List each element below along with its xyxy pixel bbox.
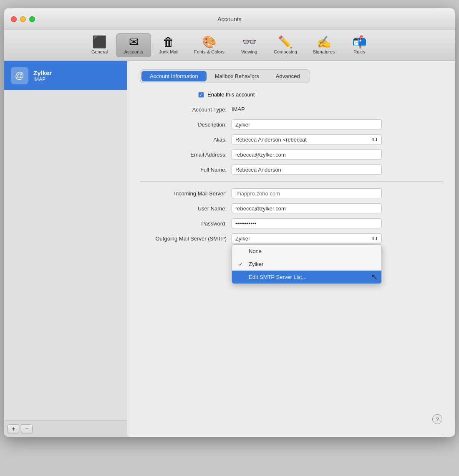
- junk-mail-icon: 🗑: [163, 36, 174, 48]
- fullname-label: Full Name:: [140, 167, 232, 173]
- enable-checkbox[interactable]: ✓: [198, 92, 204, 98]
- alias-label: Alias:: [140, 137, 232, 143]
- account-type: IMAP: [33, 76, 52, 82]
- toolbar-item-general[interactable]: ⬛ General: [83, 33, 116, 57]
- smtp-label: Outgoing Mail Server (SMTP): [140, 235, 232, 242]
- username-input[interactable]: [232, 203, 382, 213]
- email-label: Email Address:: [140, 152, 232, 158]
- username-field: [232, 203, 382, 213]
- account-type-value: IMAP: [232, 106, 245, 112]
- alias-row: Alias: Rebecca Anderson <rebeccat ⬆⬇: [140, 134, 442, 144]
- account-name: Zylker: [33, 69, 52, 76]
- email-input[interactable]: [232, 149, 382, 160]
- alias-value: Rebecca Anderson <rebeccat: [235, 137, 307, 143]
- alias-arrow-icon: ⬆⬇: [371, 137, 378, 142]
- account-at-icon: @: [11, 67, 28, 84]
- dropdown-item-edit-smtp[interactable]: Edit SMTP Server List... ↖: [232, 271, 381, 284]
- dropdown-item-zylker[interactable]: ✓ Zylker: [232, 258, 381, 271]
- main-window: Accounts ⬛ General ✉ Accounts 🗑 Junk Mai…: [4, 8, 455, 437]
- toolbar-label-rules: Rules: [353, 49, 365, 54]
- password-row: Password:: [140, 218, 442, 228]
- general-icon: ⬛: [92, 36, 107, 48]
- rules-icon: 📬: [352, 36, 367, 48]
- window-controls: [11, 16, 35, 22]
- incoming-server-row: Incoming Mail Server:: [140, 188, 442, 198]
- toolbar: ⬛ General ✉ Accounts 🗑 Junk Mail 🎨 Fonts…: [4, 30, 455, 61]
- window-title: Accounts: [217, 16, 242, 23]
- dropdown-none-label: None: [249, 248, 262, 254]
- close-button[interactable]: [11, 16, 17, 22]
- remove-account-button[interactable]: −: [21, 424, 33, 433]
- description-input[interactable]: [232, 119, 382, 129]
- toolbar-label-composing: Composing: [274, 49, 297, 54]
- toolbar-label-signatures: Signatures: [313, 49, 335, 54]
- toolbar-item-composing[interactable]: ✏️ Composing: [266, 33, 305, 57]
- description-row: Description:: [140, 119, 442, 129]
- incoming-server-field: [232, 188, 382, 198]
- username-row: User Name:: [140, 203, 442, 213]
- dropdown-zylker-label: Zylker: [249, 261, 263, 267]
- smtp-field: Zylker ⬆⬇ None ✓ Zylker: [232, 233, 382, 243]
- add-account-button[interactable]: +: [8, 424, 19, 433]
- account-type-label: Account Type:: [140, 106, 232, 113]
- toolbar-item-junk-mail[interactable]: 🗑 Junk Mail: [151, 33, 186, 57]
- toolbar-item-accounts[interactable]: ✉ Accounts: [116, 33, 151, 57]
- smtp-value: Zylker: [235, 235, 250, 242]
- fullname-field: [232, 165, 382, 175]
- description-field: [232, 119, 382, 129]
- maximize-button[interactable]: [29, 16, 35, 22]
- username-label: User Name:: [140, 205, 232, 212]
- smtp-dropdown-menu: None ✓ Zylker Edit SMTP Server List... ↖: [232, 244, 382, 284]
- tabs: Account Information Mailbox Behaviors Ad…: [140, 69, 310, 83]
- composing-icon: ✏️: [278, 36, 293, 48]
- zylker-checkmark: ✓: [239, 261, 245, 267]
- password-field: [232, 218, 382, 228]
- dropdown-item-none[interactable]: None: [232, 245, 381, 258]
- signatures-icon: ✍️: [317, 36, 331, 48]
- dropdown-edit-smtp-label: Edit SMTP Server List...: [249, 274, 306, 280]
- smtp-select[interactable]: Zylker ⬆⬇: [232, 233, 382, 243]
- password-label: Password:: [140, 220, 232, 227]
- password-input[interactable]: [232, 218, 382, 228]
- account-item-zylker[interactable]: @ Zylker IMAP: [4, 61, 127, 90]
- toolbar-label-junk-mail: Junk Mail: [159, 49, 178, 54]
- smtp-arrow-icon: ⬆⬇: [371, 236, 378, 241]
- enable-row: ✓ Enable this account: [198, 91, 442, 98]
- account-type-field: IMAP: [232, 104, 382, 114]
- toolbar-item-fonts-colors[interactable]: 🎨 Fonts & Colors: [186, 33, 232, 57]
- tab-account-information[interactable]: Account Information: [141, 71, 207, 81]
- help-button[interactable]: ?: [432, 414, 442, 424]
- account-info: Zylker IMAP: [33, 69, 52, 82]
- content-wrapper: Account Information Mailbox Behaviors Ad…: [127, 61, 455, 437]
- accounts-list: @ Zylker IMAP: [4, 61, 127, 420]
- cursor-icon: ↖: [371, 272, 378, 282]
- accounts-icon: ✉: [129, 36, 139, 48]
- sidebar-bottom-bar: + −: [4, 420, 127, 437]
- alias-field: Rebecca Anderson <rebeccat ⬆⬇: [232, 134, 382, 144]
- viewing-icon: 👓: [242, 36, 257, 48]
- toolbar-label-general: General: [91, 49, 108, 54]
- titlebar: Accounts: [4, 8, 455, 30]
- fullname-row: Full Name:: [140, 165, 442, 175]
- tab-advanced[interactable]: Advanced: [267, 71, 308, 81]
- incoming-server-label: Incoming Mail Server:: [140, 190, 232, 197]
- toolbar-item-rules[interactable]: 📬 Rules: [343, 33, 376, 57]
- section-divider: [140, 181, 442, 182]
- toolbar-item-viewing[interactable]: 👓 Viewing: [232, 33, 266, 57]
- account-type-row: Account Type: IMAP: [140, 104, 442, 114]
- toolbar-label-accounts: Accounts: [124, 49, 143, 54]
- fullname-input[interactable]: [232, 165, 382, 175]
- fonts-colors-icon: 🎨: [202, 36, 217, 48]
- content-area: Account Information Mailbox Behaviors Ad…: [127, 61, 455, 437]
- smtp-row: Outgoing Mail Server (SMTP) Zylker ⬆⬇ No…: [140, 233, 442, 243]
- email-row: Email Address:: [140, 149, 442, 160]
- tab-mailbox-behaviors[interactable]: Mailbox Behaviors: [207, 71, 267, 81]
- incoming-server-input[interactable]: [232, 188, 382, 198]
- main-content: @ Zylker IMAP + − Account Information: [4, 61, 455, 437]
- toolbar-label-fonts-colors: Fonts & Colors: [194, 49, 224, 54]
- alias-select[interactable]: Rebecca Anderson <rebeccat ⬆⬇: [232, 134, 382, 144]
- email-field: [232, 149, 382, 160]
- minimize-button[interactable]: [20, 16, 26, 22]
- sidebar: @ Zylker IMAP + −: [4, 61, 127, 437]
- toolbar-item-signatures[interactable]: ✍️ Signatures: [305, 33, 343, 57]
